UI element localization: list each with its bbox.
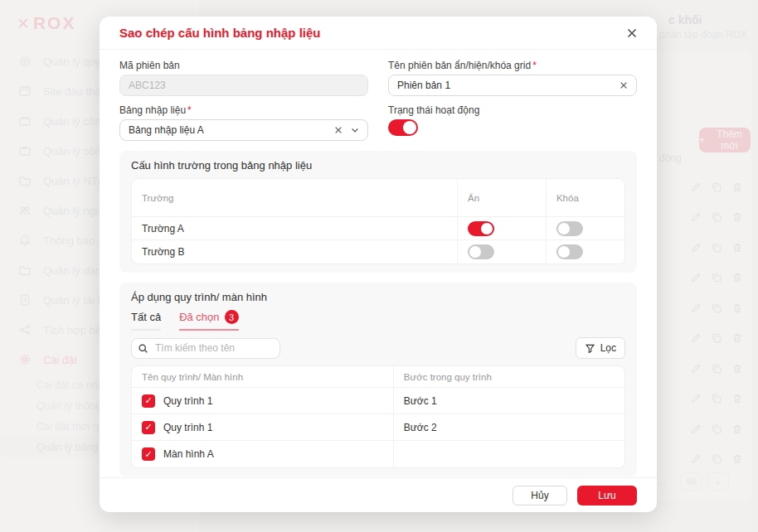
hidden-toggle[interactable] bbox=[468, 221, 494, 236]
table-header-row: Trường Ẩn Khóa bbox=[132, 179, 624, 217]
apply-table: Tên quy trình/ Màn hình Bước trong quy t… bbox=[131, 365, 625, 468]
table-row: ✓ Quy trình 1 Bước 2 bbox=[132, 414, 624, 441]
apply-panel: Áp dụng quy trình/ màn hình Tất cả Đã ch… bbox=[119, 283, 637, 476]
column-header-hidden: Ẩn bbox=[457, 179, 546, 216]
apply-title: Áp dụng quy trình/ màn hình bbox=[131, 291, 625, 303]
field-status: Trạng thái hoạt động bbox=[388, 104, 637, 141]
search-icon bbox=[138, 342, 148, 357]
locked-toggle[interactable] bbox=[556, 244, 583, 259]
locked-toggle[interactable] bbox=[556, 221, 583, 236]
required-asterisk: * bbox=[532, 60, 537, 71]
apply-tabs: Tất cả Đã chọn 3 bbox=[131, 310, 625, 331]
version-name-label: Tên phiên bản ẩn/hiện/khóa grid* bbox=[388, 60, 637, 71]
data-table-select[interactable] bbox=[119, 119, 368, 141]
table-row: ✓ Quy trình 1 Bước 1 bbox=[132, 388, 624, 414]
checkbox-checked[interactable]: ✓ bbox=[142, 447, 155, 461]
process-step bbox=[393, 441, 624, 467]
modal-footer: Hủy Lưu bbox=[100, 477, 657, 512]
field-config-table: Trường Ẩn Khóa Trường A Trường B bbox=[131, 178, 625, 264]
field-data-table: Bảng nhập liệu* bbox=[119, 104, 368, 141]
chevron-down-icon[interactable] bbox=[350, 119, 360, 141]
column-header-name: Tên quy trình/ Màn hình bbox=[132, 366, 393, 387]
modal-body: Mã phiên bản Tên phiên bản ẩn/hiện/khóa … bbox=[100, 50, 657, 477]
process-name: Màn hình A bbox=[163, 448, 214, 460]
filter-label: Lọc bbox=[600, 342, 616, 354]
field-name: Trường B bbox=[132, 240, 457, 264]
modal-title: Sao chép cấu hình bảng nhập liệu bbox=[119, 26, 321, 40]
version-code-label: Mã phiên bản bbox=[119, 60, 368, 71]
checkbox-checked[interactable]: ✓ bbox=[142, 394, 155, 408]
checkbox-checked[interactable]: ✓ bbox=[142, 421, 155, 434]
modal-header: Sao chép cấu hình bảng nhập liệu bbox=[100, 17, 657, 50]
table-row: ✓ Màn hình A bbox=[132, 441, 624, 467]
selected-count-badge: 3 bbox=[225, 310, 239, 324]
column-header-field: Trường bbox=[132, 179, 457, 216]
tab-selected[interactable]: Đã chọn 3 bbox=[179, 310, 238, 331]
table-row: Trường B bbox=[132, 240, 624, 264]
save-button[interactable]: Lưu bbox=[577, 486, 637, 505]
column-header-step: Bước trong quy trình bbox=[393, 366, 624, 387]
cancel-button[interactable]: Hủy bbox=[513, 486, 567, 505]
field-version-name: Tên phiên bản ẩn/hiện/khóa grid* bbox=[388, 60, 637, 96]
data-table-label: Bảng nhập liệu* bbox=[119, 104, 368, 116]
process-name: Quy trình 1 bbox=[163, 422, 212, 433]
process-name: Quy trình 1 bbox=[163, 395, 212, 407]
version-code-input bbox=[119, 75, 368, 96]
status-label: Trạng thái hoạt động bbox=[388, 104, 637, 116]
clear-icon[interactable] bbox=[333, 119, 343, 141]
tab-label: Đã chọn bbox=[179, 311, 219, 323]
status-toggle[interactable] bbox=[388, 119, 418, 136]
search-input[interactable] bbox=[131, 338, 280, 359]
hidden-toggle[interactable] bbox=[468, 244, 494, 259]
tab-all[interactable]: Tất cả bbox=[131, 310, 161, 331]
copy-config-modal: Sao chép cấu hình bảng nhập liệu Mã phiê… bbox=[100, 17, 657, 512]
column-header-locked: Khóa bbox=[546, 179, 624, 216]
tab-label: Tất cả bbox=[131, 311, 161, 323]
process-step: Bước 1 bbox=[393, 388, 624, 414]
field-config-panel: Cấu hình trường trong bảng nhập liệu Trư… bbox=[119, 151, 637, 273]
close-icon[interactable] bbox=[625, 27, 639, 40]
field-version-code: Mã phiên bản bbox=[119, 60, 368, 96]
clear-icon[interactable] bbox=[619, 75, 629, 96]
filter-button[interactable]: Lọc bbox=[576, 337, 625, 359]
table-header-row: Tên quy trình/ Màn hình Bước trong quy t… bbox=[132, 366, 624, 388]
search-filter-row: Lọc bbox=[131, 337, 625, 359]
required-asterisk: * bbox=[187, 104, 192, 116]
version-name-input[interactable] bbox=[388, 75, 637, 96]
table-row: Trường A bbox=[132, 217, 624, 240]
process-step: Bước 2 bbox=[393, 414, 624, 440]
field-config-title: Cấu hình trường trong bảng nhập liệu bbox=[131, 159, 625, 172]
filter-icon bbox=[585, 343, 595, 354]
field-name: Trường A bbox=[132, 217, 457, 239]
